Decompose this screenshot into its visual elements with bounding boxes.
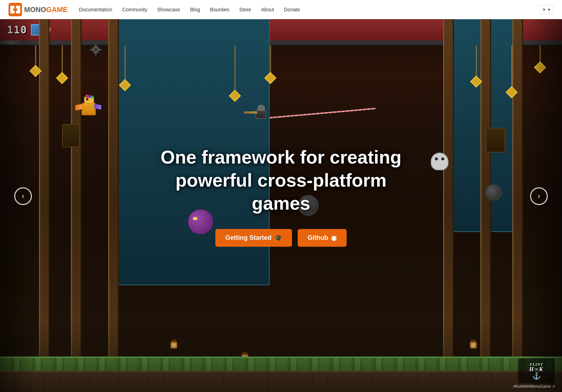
nav-links: Documentation Community Showcase Blog Bo… [75,5,539,15]
brand-game-text: GAME [46,6,67,14]
ornament-diamond-c1 [229,90,241,102]
skull-eye-left [435,158,438,160]
monogame-logo-icon [9,3,22,16]
nav-about[interactable]: About [257,5,279,15]
prev-arrow-icon: ‹ [22,192,24,201]
ornament-rope-c2 [270,45,271,74]
ornament-3 [121,45,129,89]
hero-buttons: Getting Started 🎓 Github ◉ [157,229,405,247]
nav-documentation[interactable]: Documentation [75,5,116,15]
theme-toggle-button[interactable]: ☀ ▾ [539,5,553,14]
char-head [84,96,94,104]
char-eye [86,98,88,100]
game-logo-area: FLINT H∞K ⚓ [522,361,551,381]
wing-right [94,104,101,110]
graduation-icon: 🎓 [274,234,282,242]
svg-rect-7 [95,53,97,55]
svg-rect-6 [95,44,97,47]
hero-title: One framework for creating powerful cros… [157,145,405,215]
getting-started-label: Getting Started [225,234,271,242]
svg-rect-8 [90,49,93,50]
next-arrow-icon: › [538,192,540,201]
nav-donate[interactable]: Donate [280,5,304,15]
built-with-container: FLINT H∞K ⚓ [518,358,555,383]
carousel-next-button[interactable]: › [530,187,548,205]
ornament-rope-c1 [235,45,236,92]
hook-decoration: ⚓ [529,372,544,379]
ornament-c2 [266,45,275,82]
hero-title-line2: powerful cross-platform games [175,170,386,213]
built-with-tag-row: #BuiltWithMonoGame ↗ [513,384,555,388]
spike-ball-2 [486,184,502,200]
char-hair-1 [86,94,88,98]
nav-bounties[interactable]: Bounties [206,5,233,15]
gear-decoration-1 [89,43,103,57]
gear-svg-1 [89,43,103,57]
main-character [82,103,96,115]
ornament-rope-r2 [476,45,477,77]
hanging-bag-1 [62,124,80,147]
ornament-r2 [472,45,480,86]
hanging-bag-2 [486,128,505,153]
hero-content: One framework for creating powerful cros… [150,138,412,254]
char2-head [258,105,265,111]
ornament-diamond-c2 [264,72,276,84]
github-label: Github [308,234,328,242]
nav-community[interactable]: Community [118,5,151,15]
built-with-label: FLINT H∞K ⚓ #BuiltWithMonoGame ↗ [513,358,555,388]
skull-enemy [431,153,448,170]
ornament-c1 [231,45,239,100]
char-hair-3 [91,96,94,98]
navbar-right: ☀ ▾ [539,5,553,14]
svg-rect-3 [13,9,17,11]
skull-eye-right [441,158,444,160]
bottom-vignette [0,321,562,392]
ornament-rope-r1 [511,45,512,88]
github-button[interactable]: Github ◉ [298,229,347,247]
ornament-diamond-2 [56,72,68,84]
carousel-prev-button[interactable]: ‹ [14,187,32,205]
theme-caret-icon: ▾ [548,7,550,12]
nav-blog[interactable]: Blog [186,5,204,15]
ornament-rope-3 [125,45,126,81]
built-with-link-icon: ↗ [552,385,555,388]
ornament-diamond-r2 [470,76,482,88]
ornament-rope-2 [62,45,63,74]
char2-weapon [244,111,257,114]
brand-mono-text: MONO [24,6,46,14]
brand-logo[interactable]: MONOGAME [9,3,67,16]
ornament-diamond-3 [119,79,131,91]
ornament-r1 [507,45,516,96]
hero-section: 110 0 [0,0,562,392]
hero-title-line1: One framework for creating [160,147,401,167]
github-icon: ◉ [331,234,337,242]
theme-sun-icon: ☀ [542,7,546,12]
game-logo-inner: FLINT H∞K ⚓ [529,363,544,379]
game-name-hook: H∞K [529,366,544,372]
svg-point-5 [94,48,98,51]
svg-rect-9 [99,49,101,50]
nav-store[interactable]: Store [235,5,255,15]
getting-started-button[interactable]: Getting Started 🎓 [215,229,292,247]
ornament-2 [58,45,66,82]
nav-showcase[interactable]: Showcase [153,5,184,15]
ornament-diamond-r1 [506,86,518,98]
wing-left [75,104,83,111]
second-character [255,110,266,119]
char-hair-2 [88,95,91,98]
navbar: MONOGAME Documentation Community Showcas… [0,0,562,19]
built-with-tag-text: #BuiltWithMonoGame [513,384,551,388]
